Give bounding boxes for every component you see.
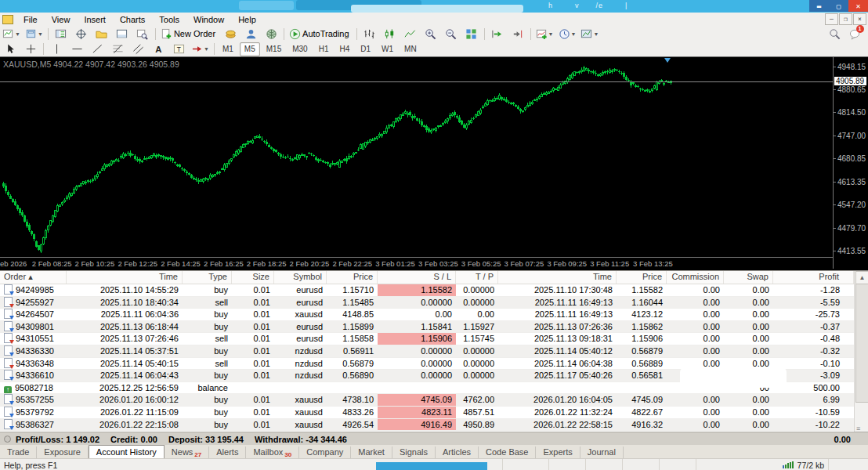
history-row-95357255[interactable]: 953572552026.01.20 16:00:12buy0.01xauusd… — [0, 394, 868, 407]
profiles-button[interactable]: ▼ — [24, 26, 45, 42]
indicators-button[interactable]: ▼ — [534, 26, 555, 42]
terminal-button[interactable] — [113, 26, 132, 42]
line-chart-button[interactable] — [401, 26, 420, 42]
chart-close-button[interactable]: × — [853, 13, 866, 25]
text-button[interactable]: A — [149, 42, 168, 57]
column-header-price[interactable]: Price — [327, 271, 378, 284]
new-order-button[interactable]: New Order — [159, 26, 219, 42]
tab-company[interactable]: Company — [299, 446, 351, 458]
auto-scroll-button[interactable] — [488, 26, 507, 42]
zoom-out-button[interactable] — [442, 26, 461, 42]
autotrading-button[interactable]: AutoTrading — [288, 26, 353, 42]
chart-plot-area[interactable] — [0, 57, 833, 257]
tab-mailbox[interactable]: Mailbox30 — [246, 446, 299, 458]
candlestick-chart-button[interactable] — [381, 26, 400, 42]
horizontal-line-button[interactable] — [67, 42, 86, 57]
chart-restore-button[interactable]: ❐ — [839, 13, 852, 25]
cursor-button[interactable] — [1, 42, 20, 57]
tab-trade[interactable]: Trade — [0, 446, 37, 458]
chart-window[interactable]: XAUUSD,M5 4904.22 4907.42 4903.26 4905.8… — [0, 56, 868, 271]
column-header-time[interactable]: Time — [67, 271, 183, 284]
coin-button[interactable] — [221, 26, 240, 42]
column-header-commission[interactable]: Commission — [667, 271, 724, 284]
menu-insert[interactable]: Insert — [77, 14, 113, 25]
title-bar[interactable]: h v /e | ▬ ▢ ✕ — [0, 0, 868, 13]
menu-view[interactable]: View — [45, 14, 78, 25]
vertical-scrollbar[interactable]: ▲ ≡ ▼ — [854, 271, 868, 446]
menu-charts[interactable]: Charts — [113, 14, 152, 25]
new-chart-button[interactable]: ▼ — [1, 26, 22, 42]
column-header-sl[interactable]: S / L — [378, 271, 456, 284]
zoom-in-button[interactable] — [421, 26, 440, 42]
column-header-time2[interactable]: Time — [498, 271, 617, 284]
tile-windows-button[interactable] — [462, 26, 481, 42]
trendline-button[interactable] — [88, 42, 107, 57]
timeframe-d1-button[interactable]: D1 — [356, 42, 375, 56]
tab-alerts[interactable]: Alerts — [209, 446, 246, 458]
tab-account-history[interactable]: Account History — [89, 445, 165, 458]
column-header-symbol[interactable]: Symbol — [274, 271, 327, 284]
tab-experts[interactable]: Experts — [536, 446, 580, 458]
data-window-button[interactable] — [72, 26, 91, 42]
tab-journal[interactable]: Journal — [580, 446, 624, 458]
scroll-up-arrow[interactable]: ▲ — [855, 271, 868, 284]
column-header-order[interactable]: Order ▴ — [0, 271, 67, 284]
menu-tools[interactable]: Tools — [152, 14, 186, 25]
globe-button[interactable] — [262, 26, 280, 42]
column-header-swap[interactable]: Swap — [724, 271, 773, 284]
window-minimize-button[interactable]: ▬ — [809, 0, 829, 12]
timeframe-m5-button[interactable]: M5 — [240, 42, 260, 56]
periods-button[interactable]: ▼ — [557, 26, 578, 42]
scroll-thumb[interactable] — [855, 284, 868, 403]
channel-button[interactable] — [128, 42, 147, 57]
user-button[interactable] — [241, 26, 260, 42]
market-watch-button[interactable] — [52, 26, 71, 42]
history-row-94264507[interactable]: 942645072025.11.11 06:04:36buy0.01xauusd… — [0, 309, 868, 321]
price-axis[interactable]: 4948.154880.654814.504747.004680.854613.… — [833, 57, 868, 269]
history-row-94336330[interactable]: 943363302025.11.14 05:37:51buy0.01nzdusd… — [0, 345, 868, 358]
time-axis[interactable]: eb 20262 Feb 08:252 Feb 10:252 Feb 12:25… — [0, 257, 833, 270]
tab-market[interactable]: Market — [351, 446, 392, 458]
column-header-tp[interactable]: T / P — [456, 271, 498, 284]
menu-file[interactable]: File — [16, 14, 45, 25]
tab-signals[interactable]: Signals — [392, 446, 436, 458]
chart-shift-button[interactable] — [508, 26, 527, 42]
strategy-tester-button[interactable] — [133, 26, 152, 42]
history-row-95386327[interactable]: 953863272026.01.22 22:15:08buy0.01xauusd… — [0, 419, 868, 432]
crosshair-button[interactable] — [21, 42, 40, 57]
timeframe-h4-button[interactable]: H4 — [335, 42, 354, 56]
timeframe-m30-button[interactable]: M30 — [288, 42, 312, 56]
tab-articles[interactable]: Articles — [436, 446, 479, 458]
history-row-94255927[interactable]: 942559272025.11.10 18:40:34sell0.01eurus… — [0, 297, 868, 309]
shapes-button[interactable]: ▼ — [190, 42, 211, 57]
tab-news[interactable]: News27 — [165, 446, 209, 458]
column-header-price2[interactable]: Price — [617, 271, 667, 284]
templates-button[interactable]: ▼ — [579, 26, 600, 42]
menu-help[interactable]: Help — [231, 14, 263, 25]
timeframe-w1-button[interactable]: W1 — [377, 42, 398, 56]
window-maximize-button[interactable]: ▢ — [829, 0, 848, 12]
history-row-94310551[interactable]: 943105512025.11.13 07:26:46sell0.01eurus… — [0, 333, 868, 345]
notifications-button[interactable]: 1 — [845, 26, 864, 42]
bar-chart-button[interactable] — [360, 26, 379, 42]
fibonacci-button[interactable] — [108, 42, 127, 57]
search-button[interactable] — [825, 26, 844, 42]
timeframe-m15-button[interactable]: M15 — [262, 42, 286, 56]
text-label-button[interactable]: T — [169, 42, 188, 57]
column-header-type[interactable]: Type — [183, 271, 232, 284]
menu-window[interactable]: Window — [186, 14, 231, 25]
column-header-profit[interactable]: Profit — [773, 271, 854, 284]
timeframe-m1-button[interactable]: M1 — [218, 42, 238, 56]
window-close-button[interactable]: ✕ — [848, 0, 868, 12]
vertical-line-button[interactable] — [47, 42, 66, 57]
history-row-94249985[interactable]: 942499852025.11.10 14:55:29buy0.01eurusd… — [0, 284, 868, 297]
history-row-95379792[interactable]: 953797922026.01.22 11:15:09buy0.01xauusd… — [0, 407, 868, 419]
tab-exposure[interactable]: Exposure — [37, 446, 88, 458]
chart-minimize-button[interactable]: – — [825, 13, 838, 25]
timeframe-mn-button[interactable]: MN — [400, 42, 421, 56]
history-row-94309801[interactable]: 943098012025.11.13 06:18:44buy0.01eurusd… — [0, 321, 868, 334]
column-header-size[interactable]: Size — [232, 271, 274, 284]
timeframe-h1-button[interactable]: H1 — [314, 42, 334, 56]
scroll-to-end-marker[interactable] — [664, 58, 671, 63]
tab-code-base[interactable]: Code Base — [479, 446, 536, 458]
